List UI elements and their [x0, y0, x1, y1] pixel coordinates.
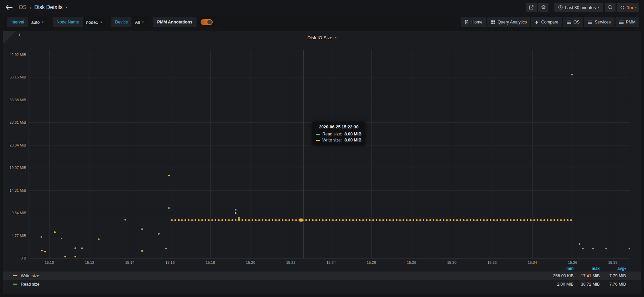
- data-point-read-size[interactable]: [579, 243, 580, 245]
- data-point-write-size[interactable]: [248, 219, 250, 221]
- data-point-write-size[interactable]: [272, 219, 273, 221]
- data-point-write-size[interactable]: [208, 219, 210, 221]
- share-button[interactable]: [526, 3, 537, 12]
- variable-value-dropdown[interactable]: auto▾: [28, 17, 47, 27]
- data-point-write-size[interactable]: [493, 219, 495, 221]
- legend-sort-min[interactable]: min: [547, 266, 574, 271]
- data-point-write-size[interactable]: [372, 219, 374, 221]
- variable-value-dropdown[interactable]: node1▾: [83, 17, 106, 27]
- data-point-write-size[interactable]: [74, 256, 76, 257]
- data-point-write-size[interactable]: [369, 219, 371, 221]
- nav-link-pmm[interactable]: PMM: [615, 17, 639, 27]
- data-point-write-size[interactable]: [543, 219, 545, 221]
- data-point-read-size[interactable]: [605, 248, 607, 249]
- data-point-write-size[interactable]: [282, 219, 283, 221]
- panel-settings-button[interactable]: ⚙: [538, 3, 548, 12]
- legend-sort-max[interactable]: max: [574, 266, 600, 271]
- data-point-write-size[interactable]: [215, 219, 216, 221]
- data-point-read-size[interactable]: [168, 207, 170, 209]
- data-point-write-size[interactable]: [252, 219, 253, 221]
- data-point-write-size[interactable]: [312, 219, 314, 221]
- data-point-write-size[interactable]: [221, 219, 223, 221]
- data-point-write-size[interactable]: [386, 219, 387, 221]
- panel-header[interactable]: Disk IO Size ▾: [3, 31, 641, 44]
- data-point-read-size[interactable]: [582, 248, 584, 249]
- hovered-data-point[interactable]: [300, 219, 303, 222]
- data-point-read-size[interactable]: [165, 248, 167, 249]
- data-point-write-size[interactable]: [409, 219, 411, 221]
- data-point-read-size[interactable]: [124, 219, 126, 221]
- data-point-read-size[interactable]: [74, 247, 76, 249]
- data-point-write-size[interactable]: [483, 219, 485, 221]
- data-point-write-size[interactable]: [382, 219, 384, 221]
- data-point-write-size[interactable]: [423, 219, 424, 221]
- refresh-picker[interactable]: 1m ▾: [617, 3, 639, 12]
- data-point-write-size[interactable]: [332, 219, 334, 221]
- data-point-write-size[interactable]: [570, 219, 572, 221]
- data-point-write-size[interactable]: [41, 250, 43, 251]
- data-point-write-size[interactable]: [54, 231, 56, 233]
- data-point-read-size[interactable]: [592, 248, 594, 249]
- data-point-write-size[interactable]: [205, 219, 206, 221]
- data-point-write-size[interactable]: [295, 219, 297, 221]
- data-point-write-size[interactable]: [171, 219, 173, 221]
- data-point-write-size[interactable]: [480, 219, 481, 221]
- data-point-read-size[interactable]: [235, 209, 236, 211]
- data-point-write-size[interactable]: [500, 219, 501, 221]
- data-point-write-size[interactable]: [503, 219, 505, 221]
- data-point-write-size[interactable]: [530, 219, 532, 221]
- data-point-write-size[interactable]: [453, 219, 454, 221]
- data-point-write-size[interactable]: [325, 219, 327, 221]
- data-point-write-size[interactable]: [379, 219, 381, 221]
- data-point-write-size[interactable]: [181, 219, 183, 221]
- data-point-write-size[interactable]: [191, 219, 193, 221]
- data-point-write-size[interactable]: [255, 219, 257, 221]
- data-point-write-size[interactable]: [238, 219, 240, 221]
- breadcrumb-title[interactable]: Disk Details: [34, 4, 62, 10]
- nav-link-services[interactable]: Services: [584, 17, 614, 27]
- data-point-write-size[interactable]: [436, 219, 438, 221]
- data-point-write-size[interactable]: [198, 219, 200, 221]
- data-point-write-size[interactable]: [460, 219, 461, 221]
- data-point-read-size[interactable]: [81, 247, 83, 249]
- data-point-write-size[interactable]: [399, 219, 401, 221]
- data-point-write-size[interactable]: [345, 219, 347, 221]
- data-point-write-size[interactable]: [322, 219, 324, 221]
- data-point-write-size[interactable]: [517, 219, 518, 221]
- data-point-write-size[interactable]: [510, 219, 512, 221]
- data-point-write-size[interactable]: [406, 219, 408, 221]
- data-point-write-size[interactable]: [329, 219, 330, 221]
- data-point-write-size[interactable]: [288, 219, 290, 221]
- data-point-read-size[interactable]: [158, 233, 160, 235]
- data-point-write-size[interactable]: [141, 250, 143, 252]
- data-point-write-size[interactable]: [396, 219, 397, 221]
- data-point-write-size[interactable]: [285, 219, 287, 221]
- data-point-write-size[interactable]: [426, 219, 428, 221]
- data-point-write-size[interactable]: [174, 219, 176, 221]
- data-point-write-size[interactable]: [533, 219, 535, 221]
- data-point-write-size[interactable]: [523, 219, 525, 221]
- data-point-write-size[interactable]: [366, 219, 367, 221]
- data-point-write-size[interactable]: [446, 219, 448, 221]
- data-point-write-size[interactable]: [275, 219, 277, 221]
- data-point-write-size[interactable]: [557, 219, 558, 221]
- data-point-write-size[interactable]: [553, 219, 555, 221]
- data-point-read-size[interactable]: [61, 238, 62, 239]
- data-point-write-size[interactable]: [218, 219, 220, 221]
- nav-link-query-analytics[interactable]: Query Analytics: [487, 17, 531, 27]
- data-point-read-size[interactable]: [98, 238, 100, 240]
- data-point-write-size[interactable]: [262, 219, 263, 221]
- data-point-write-size[interactable]: [64, 256, 66, 257]
- legend-series-toggle[interactable]: Read size: [13, 282, 547, 287]
- data-point-write-size[interactable]: [188, 219, 190, 221]
- data-point-write-size[interactable]: [278, 219, 280, 221]
- zoom-out-button[interactable]: [605, 3, 615, 12]
- data-point-write-size[interactable]: [560, 219, 562, 221]
- data-point-write-size[interactable]: [268, 219, 270, 221]
- data-point-write-size[interactable]: [335, 219, 337, 221]
- data-point-write-size[interactable]: [245, 219, 247, 221]
- data-point-write-size[interactable]: [342, 219, 344, 221]
- data-point-write-size[interactable]: [550, 219, 552, 221]
- data-point-write-size[interactable]: [473, 219, 475, 221]
- data-point-write-size[interactable]: [520, 219, 522, 221]
